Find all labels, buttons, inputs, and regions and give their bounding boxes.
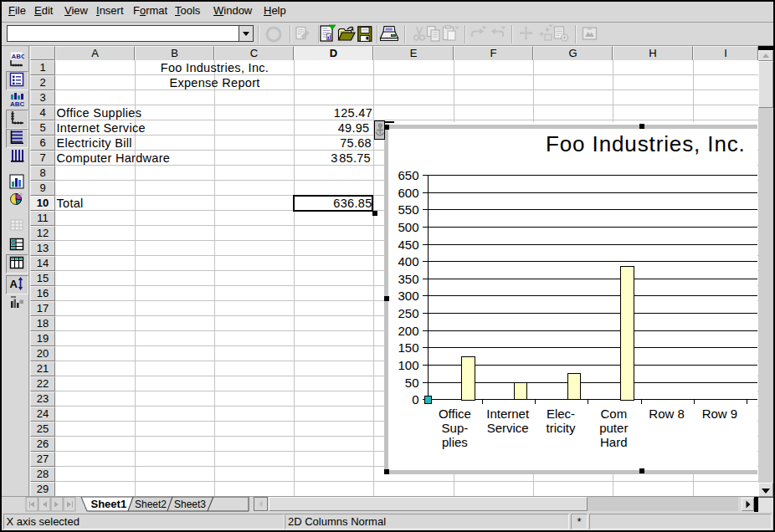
svg-text:A: A bbox=[9, 278, 18, 290]
svg-text:ABC: ABC bbox=[11, 53, 24, 60]
svg-text:Sheet3: Sheet3 bbox=[174, 499, 206, 510]
svg-text:Sheet1: Sheet1 bbox=[91, 498, 127, 510]
svg-text:ABC: ABC bbox=[10, 100, 24, 107]
svg-text:Sheet2: Sheet2 bbox=[135, 499, 167, 510]
